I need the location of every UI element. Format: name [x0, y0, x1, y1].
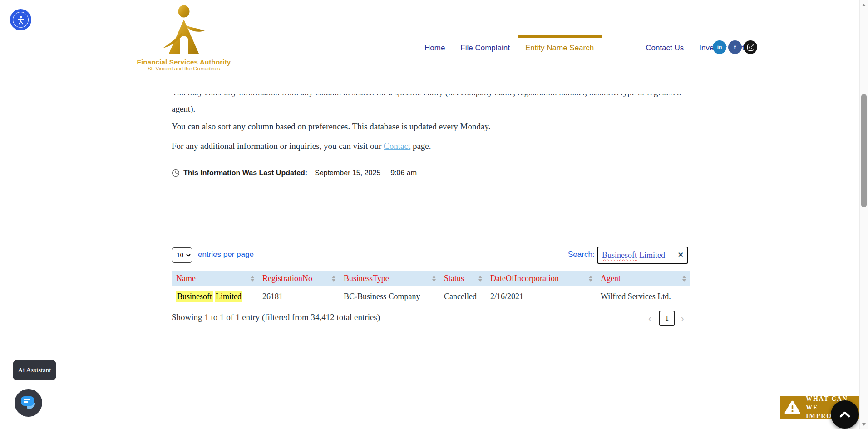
table-header-row: Name RegistrationNo BusinessType Status … [172, 271, 690, 286]
column-header-registrationno[interactable]: RegistrationNo [258, 271, 339, 286]
feedback-line1: WHAT CAN [806, 394, 860, 403]
fsa-logo[interactable]: Financial Services Authority St. Vincent… [136, 5, 232, 81]
table-row: Businesoft Limited 26181 BC-Business Com… [172, 286, 690, 307]
column-header-businesstype[interactable]: BusinessType [339, 271, 439, 286]
column-header-name[interactable]: Name [172, 271, 258, 286]
chat-button[interactable] [15, 389, 42, 417]
linkedin-icon[interactable]: in [713, 40, 726, 54]
chevron-up-icon [839, 411, 851, 418]
column-header-agent[interactable]: Agent [596, 271, 690, 286]
accessibility-button[interactable] [10, 9, 31, 30]
table-summary: Showing 1 to 1 of 1 entry (filtered from… [172, 312, 380, 322]
camera-glyph [747, 44, 754, 51]
fsa-logo-figure [161, 5, 207, 57]
warning-icon [784, 400, 800, 415]
intro-paragraph-1-line2: agent). [172, 101, 716, 117]
column-header-dateofincorporation[interactable]: DateOfIncorporation [486, 271, 596, 286]
text-caret [666, 251, 666, 260]
column-label: Agent [601, 274, 621, 283]
sort-icon [589, 275, 593, 282]
cell-registration-no: 26181 [258, 286, 339, 307]
clear-search-icon[interactable]: ✕ [678, 251, 684, 259]
scrollbar-thumb[interactable] [861, 94, 867, 207]
scroll-to-top-button[interactable] [831, 400, 859, 429]
intro-paragraph-3-before: For any additional information or inquir… [172, 141, 381, 151]
nav-item-entity-name-search[interactable]: Entity Name Search [518, 35, 602, 58]
last-updated-row: This Information Was Last Updated: Septe… [172, 167, 417, 179]
sort-icon [478, 275, 483, 282]
last-updated-date: September 15, 2025 [315, 169, 380, 177]
contact-link[interactable]: Contact [384, 141, 410, 151]
social-links: in f [713, 40, 757, 54]
entities-table: Name RegistrationNo BusinessType Status … [172, 271, 690, 307]
nav-item-home[interactable]: Home [417, 35, 453, 58]
entries-per-page-label: entries per page [198, 250, 254, 259]
nav-item-contact-us[interactable]: Contact Us [638, 35, 691, 58]
last-updated-label: This Information Was Last Updated: [183, 169, 307, 177]
cell-agent: Wilfred Services Ltd. [596, 286, 690, 307]
main-nav: Home File Complaint Entity Name Search C… [417, 35, 756, 58]
clock-icon [172, 169, 180, 177]
intro-paragraph-3: For any additional information or inquir… [172, 141, 431, 151]
chat-bubble-icon [21, 396, 34, 406]
scrollbar-up-icon[interactable] [862, 4, 866, 6]
highlighted-name-word2: Limited [215, 291, 242, 302]
column-header-status[interactable]: Status [439, 271, 486, 286]
cell-date-of-incorporation: 2/16/2021 [486, 286, 596, 307]
pagination-page-1[interactable]: 1 [659, 311, 675, 326]
instagram-icon[interactable] [744, 40, 757, 54]
cell-name: Businesoft Limited [172, 286, 258, 307]
search-label: Search: [568, 250, 595, 259]
highlighted-name-word1: Businesoft [176, 291, 213, 302]
scrollbar-down-icon[interactable] [862, 423, 866, 426]
page-size-select[interactable]: 10 [172, 247, 192, 263]
ai-assistant-button[interactable]: Ai Assistant [13, 360, 56, 380]
intro-paragraph-3-after: page. [413, 141, 431, 151]
logo-title: Financial Services Authority [137, 58, 231, 66]
pagination-prev[interactable]: ‹ [648, 313, 651, 324]
facebook-icon[interactable]: f [728, 40, 742, 54]
column-label: Status [444, 274, 464, 283]
last-updated-time: 9:06 am [390, 169, 417, 177]
column-label: RegistrationNo [262, 274, 312, 283]
site-header: Financial Services Authority St. Vincent… [0, 0, 859, 94]
sort-icon [432, 275, 436, 282]
scrollbar [859, 0, 868, 429]
column-label: Name [176, 274, 196, 283]
search-input[interactable]: Businesoft Limited ✕ [597, 247, 688, 264]
cell-business-type: BC-Business Company [339, 286, 439, 307]
column-label: DateOfIncorporation [490, 274, 559, 283]
logo-subtitle: St. Vincent and the Grenadines [148, 66, 220, 71]
cell-status: Cancelled [439, 286, 486, 307]
search-value-word1: Businesoft [602, 251, 637, 260]
nav-item-file-complaint[interactable]: File Complaint [453, 35, 518, 58]
sort-icon [332, 275, 336, 282]
search-value-word2: Limited [639, 251, 665, 260]
intro-paragraph-2: You can also sort any column based on pr… [172, 122, 490, 132]
column-label: BusinessType [344, 274, 389, 283]
accessibility-icon [13, 12, 29, 28]
pagination-next[interactable]: › [681, 313, 684, 324]
sort-icon [251, 275, 255, 282]
sort-icon [682, 275, 686, 282]
